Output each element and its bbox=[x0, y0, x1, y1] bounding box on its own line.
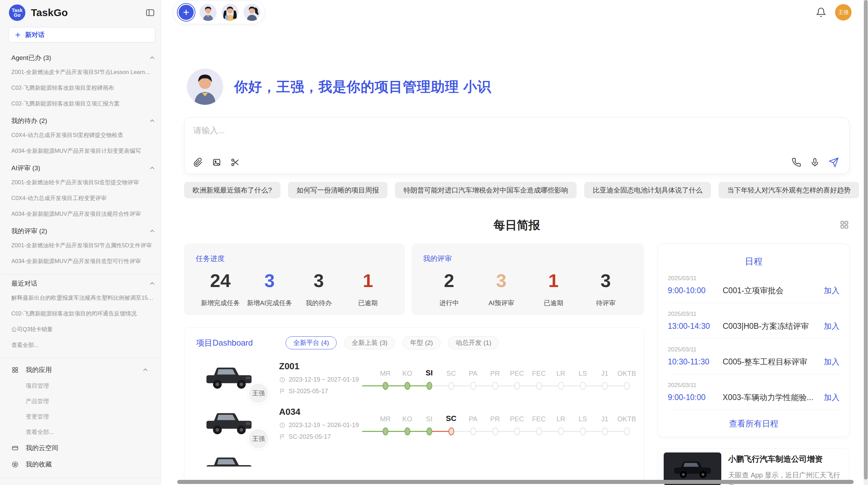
stat-item: 3待评审 bbox=[580, 268, 632, 308]
chevron-up-icon[interactable] bbox=[148, 280, 156, 287]
join-meeting-link[interactable]: 加入 bbox=[824, 357, 840, 367]
microphone-icon[interactable] bbox=[810, 158, 820, 167]
milestone-dot bbox=[580, 382, 586, 390]
sidebar-task-item[interactable]: C0X4-动力总成开发项目SI里程碑提交物检查 bbox=[11, 127, 156, 143]
sidebar-task-item[interactable]: C02-飞腾新能源轻客改款项目立项汇报方案 bbox=[11, 96, 156, 112]
chevron-up-icon[interactable] bbox=[148, 54, 156, 62]
chat-input[interactable] bbox=[193, 126, 839, 135]
suggestion-chip[interactable]: 如何写一份清晰的项目周报 bbox=[288, 182, 387, 198]
sidebar-task-item[interactable]: A034-全新新能源MUV产品开发项目造型可行性评审 bbox=[11, 253, 156, 269]
sidebar-task-item[interactable]: A034-全新新能源MUV产品开发项目法规符合性评审 bbox=[11, 206, 156, 222]
scissors-icon[interactable] bbox=[230, 158, 240, 167]
add-assistant-button[interactable] bbox=[178, 4, 195, 21]
dashboard-tab[interactable]: 全新上装 (3) bbox=[344, 336, 395, 349]
new-chat-button[interactable]: 新对话 bbox=[8, 27, 155, 42]
assistant-avatar-3[interactable] bbox=[243, 4, 261, 21]
milestone[interactable]: LS bbox=[572, 367, 594, 390]
suggestion-chip[interactable]: 特朗普可能对进口汽车增税会对中国车企造成哪些影响 bbox=[395, 182, 577, 198]
milestone[interactable]: PEC bbox=[506, 367, 528, 390]
my-app-item[interactable]: 变更管理 bbox=[11, 409, 156, 424]
milestone[interactable]: LS bbox=[572, 413, 594, 435]
chevron-up-icon[interactable] bbox=[148, 227, 156, 235]
view-all-schedule-link[interactable]: 查看所有日程 bbox=[668, 410, 840, 437]
recent-chat-item[interactable]: 查看全部... bbox=[11, 337, 156, 353]
stat-item: 3我的待办 bbox=[294, 268, 343, 308]
assistant-avatar-2[interactable] bbox=[221, 4, 239, 21]
my-app-item[interactable]: 产品管理 bbox=[11, 394, 156, 409]
send-icon[interactable] bbox=[829, 157, 839, 167]
milestone[interactable]: MR bbox=[374, 413, 396, 435]
stat-card-title: 任务进度 bbox=[196, 254, 393, 263]
my-app-item[interactable]: 查看全部... bbox=[11, 424, 156, 440]
sidebar-group-0-header: Agent已办 (3) bbox=[11, 53, 156, 62]
phone-icon[interactable] bbox=[792, 158, 801, 167]
suggestion-chip[interactable]: 欧洲新规最近颁布了什么? bbox=[184, 182, 280, 198]
sidebar-link-star-badge[interactable]: 我的收藏 bbox=[11, 456, 156, 473]
join-meeting-link[interactable]: 加入 bbox=[824, 392, 840, 403]
chevron-up-icon[interactable] bbox=[148, 117, 156, 125]
dashboard-tab[interactable]: 全新平台 (4) bbox=[286, 336, 337, 349]
suggestion-chip[interactable]: 当下年轻人对汽车外观有怎样的喜好趋势 bbox=[719, 182, 859, 198]
dashboard-title: 项目Dashboard bbox=[196, 337, 253, 348]
project-info: A0342023-12-19 ~ 2026-01-19SC-2025-05-17 bbox=[279, 407, 372, 440]
milestone[interactable]: SC bbox=[440, 413, 462, 435]
layout-grid-icon[interactable] bbox=[839, 220, 849, 230]
sidebar-link-cloud-space[interactable]: 我的云空间 bbox=[11, 440, 156, 456]
milestone[interactable]: PR bbox=[484, 413, 506, 435]
sidebar-task-item[interactable]: Z001-全新燃油轻卡产品开发项目SI造型提交物评审 bbox=[11, 175, 156, 190]
my-app-item[interactable]: 项目管理 bbox=[11, 378, 156, 394]
milestone-dot bbox=[536, 427, 542, 435]
vertical-scrollbar-track[interactable] bbox=[864, 0, 868, 485]
attachment-icon[interactable] bbox=[193, 158, 203, 167]
dashboard-tab[interactable]: 动总开发 (1) bbox=[448, 336, 499, 349]
suggestion-chip[interactable]: 比亚迪全固态电池计划具体说了什么 bbox=[584, 182, 711, 198]
vertical-scrollbar-thumb[interactable] bbox=[864, 0, 868, 480]
clock-icon bbox=[279, 376, 286, 383]
milestone[interactable]: FEC bbox=[528, 413, 550, 435]
milestone[interactable]: SI bbox=[418, 367, 440, 390]
milestone[interactable]: OKTB bbox=[616, 367, 638, 390]
sidebar-collapse-icon[interactable] bbox=[145, 8, 155, 18]
milestone[interactable]: SI bbox=[418, 413, 440, 435]
my-apps-header[interactable]: 我的应用 bbox=[11, 362, 156, 378]
milestone[interactable]: LR bbox=[550, 413, 572, 435]
sidebar-task-item[interactable]: A034-全新新能源MUV产品开发项目计划变更表编写 bbox=[11, 143, 156, 159]
milestone[interactable]: OKTB bbox=[616, 413, 638, 435]
join-meeting-link[interactable]: 加入 bbox=[824, 285, 840, 296]
recent-chat-item[interactable]: 公司Q3轻卡销量 bbox=[11, 322, 156, 337]
sidebar-task-item[interactable]: Z001-全新燃油轻卡产品开发项目SI节点属性5D文件评审 bbox=[11, 238, 156, 253]
horizontal-scrollbar[interactable] bbox=[177, 480, 854, 484]
milestone[interactable]: LR bbox=[550, 367, 572, 390]
chevron-up-icon[interactable] bbox=[148, 164, 156, 172]
milestone[interactable]: J1 bbox=[594, 367, 616, 390]
stat-label: 已逾期 bbox=[544, 299, 563, 308]
sidebar-tool-users[interactable]: AI超级员工 bbox=[11, 481, 156, 485]
milestone[interactable]: SC bbox=[440, 367, 462, 390]
recent-chat-item[interactable]: C02-飞腾新能源轻客改款项目的闭环通告反馈情况 bbox=[11, 306, 156, 322]
milestone[interactable]: PEC bbox=[506, 413, 528, 435]
milestone[interactable]: KO bbox=[396, 413, 418, 435]
user-avatar[interactable]: 王强 bbox=[835, 4, 852, 21]
notification-bell-icon[interactable] bbox=[816, 7, 826, 17]
sidebar-task-item[interactable]: C02-飞腾新能源轻客改款项目里程碑画布 bbox=[11, 80, 156, 96]
stat-value: 3 bbox=[314, 268, 324, 293]
sidebar-task-item[interactable]: Z001-全新燃油皮卡产品开发项目SI节点Lesson Learn报告 bbox=[11, 64, 156, 80]
image-icon[interactable] bbox=[212, 158, 221, 167]
schedule-item-main: 9:00-10:00X003-车辆动力学性能验...加入 bbox=[668, 392, 840, 403]
stat-columns: 2进行中3AI预评审1已逾期3待评审 bbox=[423, 268, 632, 308]
milestone[interactable]: FEC bbox=[528, 367, 550, 390]
join-meeting-link[interactable]: 加入 bbox=[824, 321, 840, 332]
sidebar-task-item[interactable]: C0X4-动力总成开发项目工程变更评审 bbox=[11, 190, 156, 206]
milestone[interactable]: PA bbox=[462, 413, 484, 435]
milestone[interactable]: J1 bbox=[594, 413, 616, 435]
recent-chat-item[interactable]: 解释最新出台的欧盟报废车法规再生塑料比例被调至15%... bbox=[11, 290, 156, 306]
milestone-dot bbox=[470, 427, 476, 435]
news-card[interactable]: 小鹏飞行汽车制造公司增资 天眼查 App 显示，近日广州汇天飞行汽... bbox=[658, 448, 849, 485]
assistant-avatar-1[interactable] bbox=[200, 4, 217, 21]
milestone-dot bbox=[624, 427, 630, 435]
milestone[interactable]: PR bbox=[484, 367, 506, 390]
dashboard-tab[interactable]: 年型 (2) bbox=[402, 336, 441, 349]
milestone[interactable]: MR bbox=[374, 367, 396, 390]
milestone[interactable]: PA bbox=[462, 367, 484, 390]
milestone[interactable]: KO bbox=[396, 367, 418, 390]
